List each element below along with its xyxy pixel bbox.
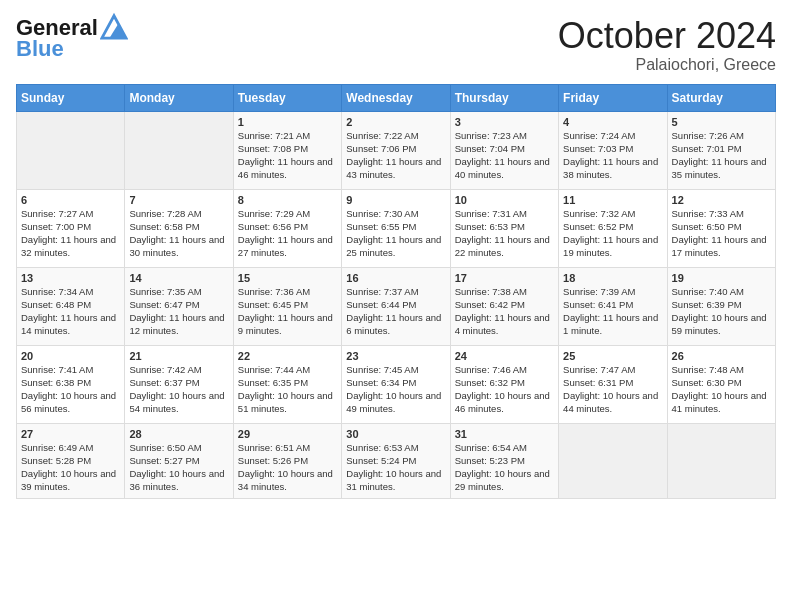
- sunrise-text: Sunrise: 7:32 AM: [563, 207, 662, 220]
- day-cell: 26Sunrise: 7:48 AMSunset: 6:30 PMDayligh…: [667, 345, 775, 423]
- header: General Blue October 2024 Palaiochori, G…: [16, 16, 776, 74]
- day-info: Sunrise: 6:50 AMSunset: 5:27 PMDaylight:…: [129, 441, 228, 494]
- sunset-text: Sunset: 6:47 PM: [129, 298, 228, 311]
- day-number: 12: [672, 194, 771, 206]
- sunrise-text: Sunrise: 7:45 AM: [346, 363, 445, 376]
- sunset-text: Sunset: 7:00 PM: [21, 220, 120, 233]
- sunset-text: Sunset: 6:37 PM: [129, 376, 228, 389]
- daylight-text: Daylight: 11 hours and 43 minutes.: [346, 155, 445, 182]
- day-number: 11: [563, 194, 662, 206]
- day-cell: [667, 423, 775, 498]
- day-info: Sunrise: 7:26 AMSunset: 7:01 PMDaylight:…: [672, 129, 771, 182]
- logo: General Blue: [16, 16, 128, 62]
- day-cell: 31Sunrise: 6:54 AMSunset: 5:23 PMDayligh…: [450, 423, 558, 498]
- day-number: 28: [129, 428, 228, 440]
- day-number: 17: [455, 272, 554, 284]
- daylight-text: Daylight: 11 hours and 22 minutes.: [455, 233, 554, 260]
- day-cell: 18Sunrise: 7:39 AMSunset: 6:41 PMDayligh…: [559, 267, 667, 345]
- sunrise-text: Sunrise: 7:39 AM: [563, 285, 662, 298]
- title-block: October 2024 Palaiochori, Greece: [558, 16, 776, 74]
- day-info: Sunrise: 7:33 AMSunset: 6:50 PMDaylight:…: [672, 207, 771, 260]
- day-cell: 4Sunrise: 7:24 AMSunset: 7:03 PMDaylight…: [559, 111, 667, 189]
- sunset-text: Sunset: 5:27 PM: [129, 454, 228, 467]
- sunset-text: Sunset: 6:48 PM: [21, 298, 120, 311]
- day-number: 24: [455, 350, 554, 362]
- daylight-text: Daylight: 11 hours and 6 minutes.: [346, 311, 445, 338]
- day-info: Sunrise: 7:39 AMSunset: 6:41 PMDaylight:…: [563, 285, 662, 338]
- day-info: Sunrise: 7:48 AMSunset: 6:30 PMDaylight:…: [672, 363, 771, 416]
- day-cell: 8Sunrise: 7:29 AMSunset: 6:56 PMDaylight…: [233, 189, 341, 267]
- day-cell: 20Sunrise: 7:41 AMSunset: 6:38 PMDayligh…: [17, 345, 125, 423]
- sunrise-text: Sunrise: 7:28 AM: [129, 207, 228, 220]
- sunset-text: Sunset: 6:31 PM: [563, 376, 662, 389]
- day-cell: 22Sunrise: 7:44 AMSunset: 6:35 PMDayligh…: [233, 345, 341, 423]
- sunset-text: Sunset: 6:45 PM: [238, 298, 337, 311]
- sunrise-text: Sunrise: 7:37 AM: [346, 285, 445, 298]
- day-number: 25: [563, 350, 662, 362]
- sunrise-text: Sunrise: 6:54 AM: [455, 441, 554, 454]
- daylight-text: Daylight: 10 hours and 49 minutes.: [346, 389, 445, 416]
- day-cell: 23Sunrise: 7:45 AMSunset: 6:34 PMDayligh…: [342, 345, 450, 423]
- day-cell: 10Sunrise: 7:31 AMSunset: 6:53 PMDayligh…: [450, 189, 558, 267]
- week-row-2: 6Sunrise: 7:27 AMSunset: 7:00 PMDaylight…: [17, 189, 776, 267]
- daylight-text: Daylight: 11 hours and 32 minutes.: [21, 233, 120, 260]
- week-row-3: 13Sunrise: 7:34 AMSunset: 6:48 PMDayligh…: [17, 267, 776, 345]
- day-cell: 13Sunrise: 7:34 AMSunset: 6:48 PMDayligh…: [17, 267, 125, 345]
- day-number: 26: [672, 350, 771, 362]
- day-number: 21: [129, 350, 228, 362]
- day-cell: 7Sunrise: 7:28 AMSunset: 6:58 PMDaylight…: [125, 189, 233, 267]
- day-info: Sunrise: 7:41 AMSunset: 6:38 PMDaylight:…: [21, 363, 120, 416]
- daylight-text: Daylight: 11 hours and 19 minutes.: [563, 233, 662, 260]
- sunset-text: Sunset: 6:35 PM: [238, 376, 337, 389]
- sunrise-text: Sunrise: 7:44 AM: [238, 363, 337, 376]
- sunrise-text: Sunrise: 7:23 AM: [455, 129, 554, 142]
- sunrise-text: Sunrise: 7:41 AM: [21, 363, 120, 376]
- sunrise-text: Sunrise: 7:31 AM: [455, 207, 554, 220]
- day-info: Sunrise: 7:22 AMSunset: 7:06 PMDaylight:…: [346, 129, 445, 182]
- sunset-text: Sunset: 7:08 PM: [238, 142, 337, 155]
- month-title: October 2024: [558, 16, 776, 56]
- day-info: Sunrise: 6:53 AMSunset: 5:24 PMDaylight:…: [346, 441, 445, 494]
- day-number: 6: [21, 194, 120, 206]
- daylight-text: Daylight: 11 hours and 35 minutes.: [672, 155, 771, 182]
- sunset-text: Sunset: 6:53 PM: [455, 220, 554, 233]
- day-info: Sunrise: 7:46 AMSunset: 6:32 PMDaylight:…: [455, 363, 554, 416]
- daylight-text: Daylight: 10 hours and 44 minutes.: [563, 389, 662, 416]
- sunset-text: Sunset: 6:30 PM: [672, 376, 771, 389]
- day-number: 8: [238, 194, 337, 206]
- day-cell: 9Sunrise: 7:30 AMSunset: 6:55 PMDaylight…: [342, 189, 450, 267]
- sunset-text: Sunset: 5:24 PM: [346, 454, 445, 467]
- day-cell: 11Sunrise: 7:32 AMSunset: 6:52 PMDayligh…: [559, 189, 667, 267]
- day-info: Sunrise: 7:32 AMSunset: 6:52 PMDaylight:…: [563, 207, 662, 260]
- day-number: 29: [238, 428, 337, 440]
- sunset-text: Sunset: 5:23 PM: [455, 454, 554, 467]
- day-cell: 1Sunrise: 7:21 AMSunset: 7:08 PMDaylight…: [233, 111, 341, 189]
- daylight-text: Daylight: 11 hours and 1 minute.: [563, 311, 662, 338]
- sunrise-text: Sunrise: 7:27 AM: [21, 207, 120, 220]
- sunrise-text: Sunrise: 7:48 AM: [672, 363, 771, 376]
- sunset-text: Sunset: 5:26 PM: [238, 454, 337, 467]
- daylight-text: Daylight: 11 hours and 17 minutes.: [672, 233, 771, 260]
- day-info: Sunrise: 6:49 AMSunset: 5:28 PMDaylight:…: [21, 441, 120, 494]
- day-info: Sunrise: 7:23 AMSunset: 7:04 PMDaylight:…: [455, 129, 554, 182]
- sunrise-text: Sunrise: 6:49 AM: [21, 441, 120, 454]
- day-info: Sunrise: 7:44 AMSunset: 6:35 PMDaylight:…: [238, 363, 337, 416]
- sunrise-text: Sunrise: 7:21 AM: [238, 129, 337, 142]
- day-number: 16: [346, 272, 445, 284]
- daylight-text: Daylight: 10 hours and 59 minutes.: [672, 311, 771, 338]
- daylight-text: Daylight: 10 hours and 36 minutes.: [129, 467, 228, 494]
- day-number: 27: [21, 428, 120, 440]
- sunrise-text: Sunrise: 6:51 AM: [238, 441, 337, 454]
- daylight-text: Daylight: 11 hours and 46 minutes.: [238, 155, 337, 182]
- day-number: 2: [346, 116, 445, 128]
- col-header-thursday: Thursday: [450, 84, 558, 111]
- col-header-tuesday: Tuesday: [233, 84, 341, 111]
- day-info: Sunrise: 7:45 AMSunset: 6:34 PMDaylight:…: [346, 363, 445, 416]
- day-info: Sunrise: 7:31 AMSunset: 6:53 PMDaylight:…: [455, 207, 554, 260]
- sunrise-text: Sunrise: 7:26 AM: [672, 129, 771, 142]
- day-info: Sunrise: 7:29 AMSunset: 6:56 PMDaylight:…: [238, 207, 337, 260]
- daylight-text: Daylight: 10 hours and 46 minutes.: [455, 389, 554, 416]
- sunset-text: Sunset: 6:55 PM: [346, 220, 445, 233]
- day-number: 5: [672, 116, 771, 128]
- day-cell: 5Sunrise: 7:26 AMSunset: 7:01 PMDaylight…: [667, 111, 775, 189]
